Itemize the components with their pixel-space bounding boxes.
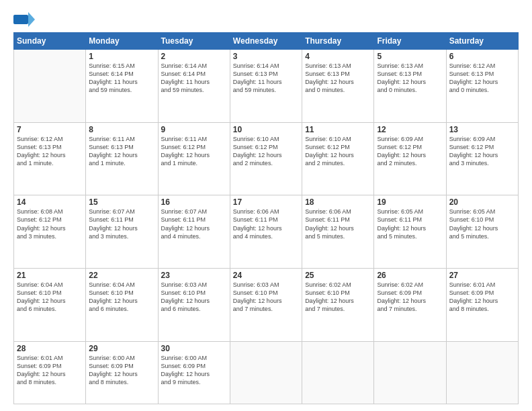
- day-number: 28: [17, 344, 83, 353]
- cell-content: Sunrise: 6:03 AM Sunset: 6:10 PM Dayligh…: [161, 281, 227, 314]
- cell-content: Sunrise: 6:02 AM Sunset: 6:10 PM Dayligh…: [305, 281, 371, 314]
- cell-content: Sunrise: 6:01 AM Sunset: 6:09 PM Dayligh…: [449, 281, 515, 314]
- logo: [13, 12, 36, 27]
- logo-icon: [13, 12, 35, 27]
- cell-content: Sunrise: 6:14 AM Sunset: 6:14 PM Dayligh…: [161, 62, 227, 95]
- day-number: 16: [161, 197, 227, 207]
- day-number: 12: [377, 125, 443, 134]
- cell-content: Sunrise: 6:13 AM Sunset: 6:13 PM Dayligh…: [305, 62, 371, 95]
- calendar-cell: 13Sunrise: 6:09 AM Sunset: 6:12 PM Dayli…: [446, 122, 518, 195]
- day-number: 5: [377, 52, 443, 61]
- cell-content: Sunrise: 6:10 AM Sunset: 6:12 PM Dayligh…: [305, 135, 371, 168]
- calendar-cell: 30Sunrise: 6:00 AM Sunset: 6:09 PM Dayli…: [158, 341, 230, 404]
- day-number: 27: [449, 271, 515, 280]
- calendar-cell: 18Sunrise: 6:06 AM Sunset: 6:11 PM Dayli…: [302, 195, 374, 269]
- calendar-cell: 10Sunrise: 6:10 AM Sunset: 6:12 PM Dayli…: [230, 122, 302, 195]
- cell-content: Sunrise: 6:10 AM Sunset: 6:12 PM Dayligh…: [233, 135, 299, 168]
- svg-rect-0: [13, 15, 28, 24]
- calendar-table: SundayMondayTuesdayWednesdayThursdayFrid…: [13, 32, 519, 404]
- calendar-header-row: SundayMondayTuesdayWednesdayThursdayFrid…: [14, 33, 519, 50]
- cell-content: Sunrise: 6:03 AM Sunset: 6:10 PM Dayligh…: [233, 281, 299, 314]
- calendar-cell: 21Sunrise: 6:04 AM Sunset: 6:10 PM Dayli…: [14, 268, 86, 341]
- day-of-week-header: Sunday: [14, 33, 86, 50]
- calendar-week-row: 14Sunrise: 6:08 AM Sunset: 6:12 PM Dayli…: [14, 195, 519, 269]
- calendar-week-row: 28Sunrise: 6:01 AM Sunset: 6:09 PM Dayli…: [14, 341, 519, 404]
- calendar-cell: 22Sunrise: 6:04 AM Sunset: 6:10 PM Dayli…: [86, 268, 158, 341]
- day-of-week-header: Wednesday: [230, 33, 302, 50]
- day-number: 18: [305, 197, 371, 207]
- svg-marker-1: [28, 12, 35, 27]
- day-number: 11: [305, 125, 371, 134]
- day-of-week-header: Friday: [374, 33, 446, 50]
- day-number: 29: [89, 344, 154, 353]
- cell-content: Sunrise: 6:07 AM Sunset: 6:11 PM Dayligh…: [89, 208, 154, 240]
- day-number: 15: [89, 197, 154, 207]
- calendar-cell: 15Sunrise: 6:07 AM Sunset: 6:11 PM Dayli…: [86, 195, 158, 269]
- calendar-cell: 29Sunrise: 6:00 AM Sunset: 6:09 PM Dayli…: [86, 341, 158, 404]
- day-number: 4: [305, 52, 371, 61]
- cell-content: Sunrise: 6:02 AM Sunset: 6:09 PM Dayligh…: [377, 281, 443, 314]
- cell-content: Sunrise: 6:06 AM Sunset: 6:11 PM Dayligh…: [305, 208, 371, 240]
- header: [13, 12, 519, 27]
- calendar-cell: 3Sunrise: 6:14 AM Sunset: 6:13 PM Daylig…: [230, 50, 302, 123]
- cell-content: Sunrise: 6:09 AM Sunset: 6:12 PM Dayligh…: [449, 135, 515, 168]
- day-number: 1: [89, 52, 154, 61]
- cell-content: Sunrise: 6:04 AM Sunset: 6:10 PM Dayligh…: [89, 281, 154, 314]
- cell-content: Sunrise: 6:15 AM Sunset: 6:14 PM Dayligh…: [89, 62, 154, 95]
- cell-content: Sunrise: 6:00 AM Sunset: 6:09 PM Dayligh…: [89, 354, 154, 387]
- day-of-week-header: Monday: [86, 33, 158, 50]
- day-number: 3: [233, 52, 299, 61]
- calendar-cell: 2Sunrise: 6:14 AM Sunset: 6:14 PM Daylig…: [158, 50, 230, 123]
- day-number: 22: [89, 271, 154, 280]
- day-number: 2: [161, 52, 227, 61]
- day-number: 23: [161, 271, 227, 280]
- calendar-cell: 27Sunrise: 6:01 AM Sunset: 6:09 PM Dayli…: [446, 268, 518, 341]
- day-number: 7: [17, 125, 83, 134]
- cell-content: Sunrise: 6:12 AM Sunset: 6:13 PM Dayligh…: [449, 62, 515, 95]
- cell-content: Sunrise: 6:01 AM Sunset: 6:09 PM Dayligh…: [17, 354, 83, 387]
- cell-content: Sunrise: 6:05 AM Sunset: 6:10 PM Dayligh…: [449, 208, 515, 240]
- day-number: 26: [377, 271, 443, 280]
- day-number: 19: [377, 197, 443, 207]
- calendar-body: 1Sunrise: 6:15 AM Sunset: 6:14 PM Daylig…: [14, 50, 519, 404]
- calendar-week-row: 1Sunrise: 6:15 AM Sunset: 6:14 PM Daylig…: [14, 50, 519, 123]
- calendar-cell: 28Sunrise: 6:01 AM Sunset: 6:09 PM Dayli…: [14, 341, 86, 404]
- calendar-cell: 7Sunrise: 6:12 AM Sunset: 6:13 PM Daylig…: [14, 122, 86, 195]
- day-number: 20: [449, 197, 515, 207]
- calendar-cell: 17Sunrise: 6:06 AM Sunset: 6:11 PM Dayli…: [230, 195, 302, 269]
- day-number: 10: [233, 125, 299, 134]
- calendar-cell: 5Sunrise: 6:13 AM Sunset: 6:13 PM Daylig…: [374, 50, 446, 123]
- cell-content: Sunrise: 6:09 AM Sunset: 6:12 PM Dayligh…: [377, 135, 443, 168]
- calendar-cell: 23Sunrise: 6:03 AM Sunset: 6:10 PM Dayli…: [158, 268, 230, 341]
- calendar-cell: 9Sunrise: 6:11 AM Sunset: 6:12 PM Daylig…: [158, 122, 230, 195]
- calendar-cell: 4Sunrise: 6:13 AM Sunset: 6:13 PM Daylig…: [302, 50, 374, 123]
- cell-content: Sunrise: 6:14 AM Sunset: 6:13 PM Dayligh…: [233, 62, 299, 95]
- day-number: 21: [17, 271, 83, 280]
- cell-content: Sunrise: 6:04 AM Sunset: 6:10 PM Dayligh…: [17, 281, 83, 314]
- day-number: 6: [449, 52, 515, 61]
- day-of-week-header: Saturday: [446, 33, 518, 50]
- page: SundayMondayTuesdayWednesdayThursdayFrid…: [0, 0, 532, 411]
- calendar-cell: 11Sunrise: 6:10 AM Sunset: 6:12 PM Dayli…: [302, 122, 374, 195]
- cell-content: Sunrise: 6:12 AM Sunset: 6:13 PM Dayligh…: [17, 135, 83, 168]
- cell-content: Sunrise: 6:11 AM Sunset: 6:13 PM Dayligh…: [89, 135, 154, 168]
- cell-content: Sunrise: 6:11 AM Sunset: 6:12 PM Dayligh…: [161, 135, 227, 168]
- calendar-cell: [374, 341, 446, 404]
- calendar-cell: 1Sunrise: 6:15 AM Sunset: 6:14 PM Daylig…: [86, 50, 158, 123]
- cell-content: Sunrise: 6:00 AM Sunset: 6:09 PM Dayligh…: [161, 354, 227, 387]
- calendar-cell: 8Sunrise: 6:11 AM Sunset: 6:13 PM Daylig…: [86, 122, 158, 195]
- cell-content: Sunrise: 6:13 AM Sunset: 6:13 PM Dayligh…: [377, 62, 443, 95]
- calendar-cell: 6Sunrise: 6:12 AM Sunset: 6:13 PM Daylig…: [446, 50, 518, 123]
- calendar-cell: [302, 341, 374, 404]
- calendar-cell: 12Sunrise: 6:09 AM Sunset: 6:12 PM Dayli…: [374, 122, 446, 195]
- cell-content: Sunrise: 6:06 AM Sunset: 6:11 PM Dayligh…: [233, 208, 299, 240]
- calendar-cell: 26Sunrise: 6:02 AM Sunset: 6:09 PM Dayli…: [374, 268, 446, 341]
- day-of-week-header: Thursday: [302, 33, 374, 50]
- day-number: 8: [89, 125, 154, 134]
- calendar-week-row: 7Sunrise: 6:12 AM Sunset: 6:13 PM Daylig…: [14, 122, 519, 195]
- calendar-week-row: 21Sunrise: 6:04 AM Sunset: 6:10 PM Dayli…: [14, 268, 519, 341]
- calendar-cell: [230, 341, 302, 404]
- calendar-cell: 14Sunrise: 6:08 AM Sunset: 6:12 PM Dayli…: [14, 195, 86, 269]
- day-of-week-header: Tuesday: [158, 33, 230, 50]
- calendar-cell: [14, 50, 86, 123]
